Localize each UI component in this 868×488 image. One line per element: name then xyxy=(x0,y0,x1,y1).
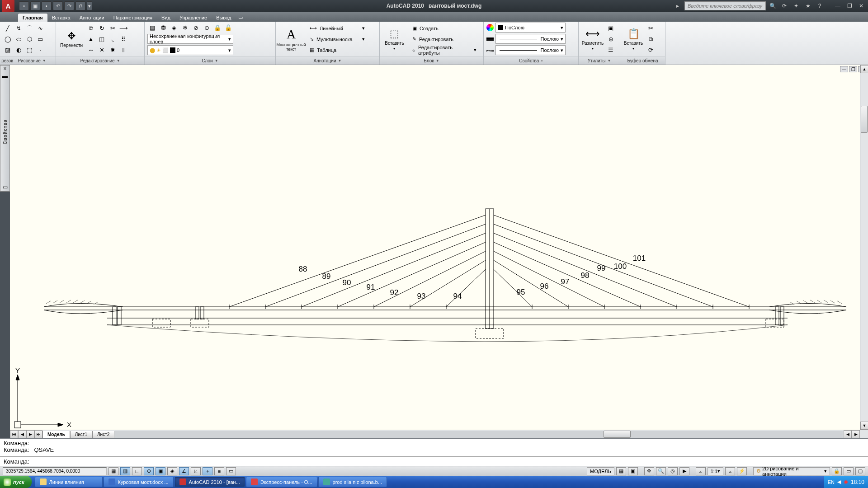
polar-toggle[interactable]: ⊕ xyxy=(144,467,154,475)
lwt-toggle[interactable]: ≡ xyxy=(214,467,224,475)
ortho-toggle[interactable]: ∟ xyxy=(132,467,142,475)
tab-first-icon[interactable]: ⏮ xyxy=(10,430,18,438)
vscroll-thumb[interactable] xyxy=(861,106,868,133)
linetype-combo[interactable]: Послою▾ xyxy=(495,45,566,55)
block-insert-button[interactable]: ⬚Вставить▾ xyxy=(382,23,406,56)
chevron-down-icon[interactable]: ▼ xyxy=(338,59,342,63)
scroll-left-icon[interactable]: ◀ xyxy=(844,430,852,438)
qat-open-icon[interactable]: ▣ xyxy=(30,1,40,10)
copy-clip-icon[interactable]: ⧉ xyxy=(646,34,656,44)
annovis-icon[interactable]: ⟁ xyxy=(725,467,735,475)
offset-icon[interactable]: ⫴ xyxy=(118,45,128,55)
workspace-switcher[interactable]: ⚙ 2D рисование и аннотации ▾ xyxy=(753,467,830,475)
color-combo[interactable]: ПоСлою▾ xyxy=(495,23,566,33)
taskbar-item[interactable]: Курсовая мост.docx ... xyxy=(104,477,174,487)
zoom-icon[interactable]: 🔍 xyxy=(656,467,666,475)
properties-palette[interactable]: × ▬ Свойства ▭ xyxy=(0,65,10,192)
hardware-accel-icon[interactable]: ▭ xyxy=(844,467,854,475)
minimize-button[interactable]: — xyxy=(833,1,843,10)
point-icon[interactable]: · xyxy=(35,45,45,55)
taskbar-item[interactable]: AutoCAD 2010 - [ван... xyxy=(175,477,245,487)
qat-dropdown-icon[interactable]: ▾ xyxy=(87,1,92,10)
polyline-icon[interactable]: ↯ xyxy=(14,23,24,33)
favorites-icon[interactable]: ★ xyxy=(803,1,813,10)
extend-icon[interactable]: ⟶ xyxy=(118,23,128,33)
scroll-right-icon[interactable]: ▶ xyxy=(852,430,860,438)
ellipse-icon[interactable]: ⬭ xyxy=(14,34,24,44)
mtext-button[interactable]: AМногострочный текст xyxy=(278,23,304,56)
erase-icon[interactable]: ✕ xyxy=(97,45,107,55)
annoscale-icon[interactable]: ⟁ xyxy=(696,467,706,475)
arc-icon[interactable]: ⌒ xyxy=(24,23,34,33)
tab-prev-icon[interactable]: ◀ xyxy=(18,430,26,438)
spline-icon[interactable]: ∿ xyxy=(35,23,45,33)
qat-save-icon[interactable]: ▪ xyxy=(42,1,52,10)
tab-parametric[interactable]: Параметризация xyxy=(109,14,157,22)
chevron-down-icon[interactable]: » xyxy=(541,59,542,63)
osnap-toggle[interactable]: ▣ xyxy=(156,467,165,475)
model-paper-toggle[interactable]: МОДЕЛЬ xyxy=(587,467,614,475)
line-icon[interactable]: ╱ xyxy=(3,23,13,33)
layer-lock-icon[interactable]: 🔒 xyxy=(212,23,222,33)
match-icon[interactable]: ⟳ xyxy=(646,45,656,55)
tab-output[interactable]: Вывод xyxy=(212,14,236,22)
search-input[interactable] xyxy=(684,1,766,10)
drawing-canvas[interactable]: — ❐ × xyxy=(10,65,868,438)
quickview-layouts-icon[interactable]: ▦ xyxy=(616,467,626,475)
layer-states-icon[interactable]: ⛃ xyxy=(158,23,168,33)
stretch-icon[interactable]: ↔ xyxy=(86,45,96,55)
tab-home[interactable]: Главная xyxy=(18,14,47,22)
tab-annotate[interactable]: Аннотации xyxy=(75,14,109,22)
pan-icon[interactable]: ✥ xyxy=(644,467,654,475)
array-icon[interactable]: ⠿ xyxy=(118,34,128,44)
palette-menu-icon[interactable]: ▭ xyxy=(3,184,8,191)
taskbar-item[interactable]: prod sila niz pilona.b... xyxy=(318,477,387,487)
annotation-scale[interactable]: 1:1 ▾ xyxy=(708,467,723,475)
taskbar-item[interactable]: Линии влияния xyxy=(35,477,103,487)
qat-undo-icon[interactable]: ↶ xyxy=(53,1,63,10)
lineweight-combo[interactable]: Послою▾ xyxy=(495,34,566,44)
chevron-down-icon[interactable]: ▼ xyxy=(117,59,120,63)
layer-state-combo[interactable]: Несохраненная конфигурация слоев▾ xyxy=(147,34,233,44)
scroll-down-icon[interactable]: ▼ xyxy=(860,422,868,430)
qat-new-icon[interactable]: ▫ xyxy=(19,1,29,10)
tab-extra-icon[interactable]: ▭ xyxy=(236,13,245,22)
mleader-button[interactable]: ↘Мультивыноска▾ xyxy=(306,34,369,44)
dyn-toggle[interactable]: ＋ xyxy=(203,467,212,475)
copy-icon[interactable]: ⧉ xyxy=(86,23,96,33)
layer-props-icon[interactable]: ▤ xyxy=(147,23,157,33)
scroll-up-icon[interactable]: ▲ xyxy=(860,65,868,73)
polygon-icon[interactable]: ⬡ xyxy=(24,34,34,44)
help-icon[interactable]: ? xyxy=(815,1,825,10)
otrack-toggle[interactable]: ∠ xyxy=(179,467,189,475)
close-button[interactable]: ✕ xyxy=(856,1,866,10)
palette-close-icon[interactable]: × xyxy=(3,66,6,73)
3dosnap-toggle[interactable]: ◈ xyxy=(167,467,177,475)
clock[interactable]: 18:10 xyxy=(851,479,864,485)
measure-button[interactable]: ⟷Разметить▾ xyxy=(581,23,604,56)
hscroll-thumb[interactable] xyxy=(604,431,631,438)
toolbar-lock-icon[interactable]: 🔒 xyxy=(832,467,842,475)
command-line[interactable]: Команда: xyxy=(0,457,868,466)
qat-redo-icon[interactable]: ↷ xyxy=(64,1,74,10)
chevron-down-icon[interactable]: ▼ xyxy=(42,59,46,63)
coordinates-display[interactable]: 3035729.1564, 445068.7094, 0.0000 xyxy=(3,467,107,475)
quickview-drawings-icon[interactable]: ▣ xyxy=(628,467,638,475)
app-logo-icon[interactable]: A xyxy=(2,0,14,12)
qp-toggle[interactable]: ▭ xyxy=(226,467,236,475)
rotate-icon[interactable]: ↻ xyxy=(97,23,107,33)
move-button[interactable]: ✥Перенести xyxy=(59,23,84,56)
layer-off-icon[interactable]: ⊘ xyxy=(191,23,201,33)
ducs-toggle[interactable]: ⟀ xyxy=(191,467,201,475)
util3-icon[interactable]: ☰ xyxy=(606,45,616,55)
chevron-down-icon[interactable]: ▼ xyxy=(607,59,611,63)
layer-on-icon[interactable]: ⊙ xyxy=(202,23,212,33)
tab-view[interactable]: Вид xyxy=(157,14,175,22)
tray-icon-2[interactable]: ◉ xyxy=(844,479,848,485)
circle-icon[interactable]: ◯ xyxy=(3,34,13,44)
palette-pin-icon[interactable]: ▬ xyxy=(2,73,8,80)
showmotion-icon[interactable]: ▶ xyxy=(679,467,689,475)
tray-icon-1[interactable]: ◀ xyxy=(837,479,841,485)
layer-current-combo[interactable]: ⬤ ☀ ⬜ 0▾ xyxy=(147,45,233,55)
fillet-icon[interactable]: ◟ xyxy=(108,34,118,44)
